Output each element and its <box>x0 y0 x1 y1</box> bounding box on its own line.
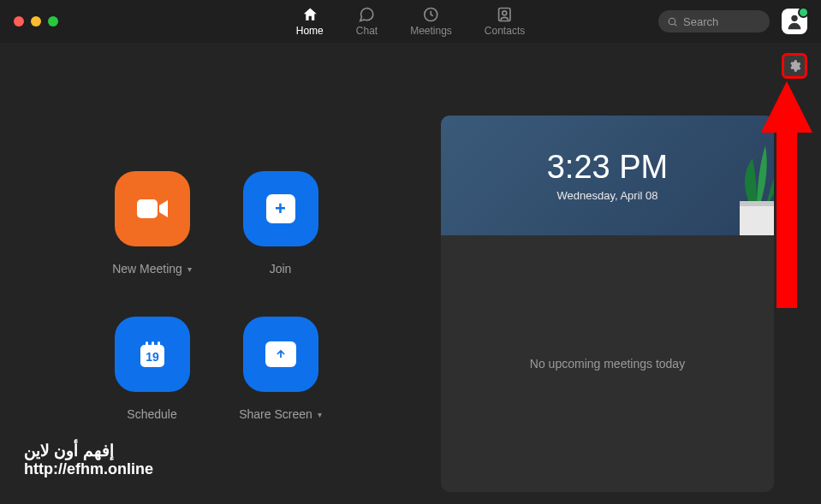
nav-chat[interactable]: Chat <box>356 6 378 37</box>
card-header: 3:23 PM Wednesday, April 08 <box>441 116 774 235</box>
share-screen-button[interactable] <box>243 317 318 392</box>
new-meeting-tile: New Meeting ▾ <box>88 171 217 317</box>
main-nav: Home Chat Meetings Contacts <box>296 6 525 37</box>
close-window-button[interactable] <box>14 16 24 27</box>
annotation-arrow <box>761 81 812 308</box>
schedule-label: Schedule <box>127 407 176 421</box>
search-placeholder: Search <box>683 15 718 28</box>
svg-rect-5 <box>137 199 158 218</box>
svg-marker-13 <box>761 81 812 308</box>
share-screen-label: Share Screen <box>239 407 312 421</box>
maximize-window-button[interactable] <box>48 16 58 27</box>
nav-contacts[interactable]: Contacts <box>485 6 525 37</box>
new-meeting-button[interactable] <box>115 171 190 246</box>
join-button[interactable]: + <box>243 171 318 246</box>
search-icon <box>667 16 678 27</box>
contacts-icon <box>497 6 514 23</box>
home-icon <box>301 6 318 23</box>
new-meeting-label: New Meeting <box>112 262 182 276</box>
svg-rect-7 <box>146 341 148 348</box>
card-body: No upcoming meetings today <box>441 235 774 492</box>
schedule-button[interactable]: 19 <box>115 317 190 392</box>
watermark: إفهم أون لاين http://efhm.online <box>24 441 153 478</box>
watermark-title: إفهم أون لاين <box>24 441 153 460</box>
clock-icon <box>423 6 440 23</box>
nav-home[interactable]: Home <box>296 6 324 37</box>
actions-panel: New Meeting ▾ + Join <box>0 43 432 504</box>
plus-icon: + <box>266 194 295 223</box>
chat-icon <box>358 6 375 23</box>
titlebar-right: Search <box>658 9 807 34</box>
gear-icon <box>788 59 801 73</box>
share-screen-tile: Share Screen ▾ <box>217 317 345 462</box>
svg-rect-8 <box>152 341 154 348</box>
chevron-down-icon[interactable]: ▾ <box>318 410 322 419</box>
no-meetings-text: No upcoming meetings today <box>530 357 685 371</box>
search-input[interactable]: Search <box>658 10 770 33</box>
svg-rect-9 <box>158 341 160 348</box>
nav-meetings-label: Meetings <box>410 25 452 37</box>
nav-chat-label: Chat <box>356 25 378 37</box>
today-card: 3:23 PM Wednesday, April 08 No upcoming … <box>441 116 774 492</box>
calendar-icon: 19 <box>135 337 170 371</box>
avatar[interactable] <box>782 9 807 34</box>
nav-contacts-label: Contacts <box>485 25 525 37</box>
nav-meetings[interactable]: Meetings <box>410 6 452 37</box>
watermark-url: http://efhm.online <box>24 460 153 478</box>
user-avatar-icon <box>785 12 804 31</box>
share-icon <box>265 341 296 367</box>
minimize-window-button[interactable] <box>31 16 41 27</box>
titlebar: Home Chat Meetings Contacts Search <box>0 0 821 43</box>
svg-point-3 <box>669 18 675 25</box>
current-date: Wednesday, April 08 <box>556 189 657 202</box>
join-label: Join <box>270 262 292 276</box>
nav-home-label: Home <box>296 25 324 37</box>
svg-point-4 <box>791 15 797 21</box>
join-tile: + Join <box>217 171 345 317</box>
current-time: 3:23 PM <box>547 149 669 186</box>
settings-button[interactable] <box>782 53 807 79</box>
chevron-down-icon[interactable]: ▾ <box>187 264 192 274</box>
svg-text:19: 19 <box>146 350 159 364</box>
video-icon <box>134 194 171 223</box>
svg-point-2 <box>503 11 507 15</box>
window-controls <box>14 16 58 27</box>
main-content: New Meeting ▾ + Join <box>0 43 821 504</box>
